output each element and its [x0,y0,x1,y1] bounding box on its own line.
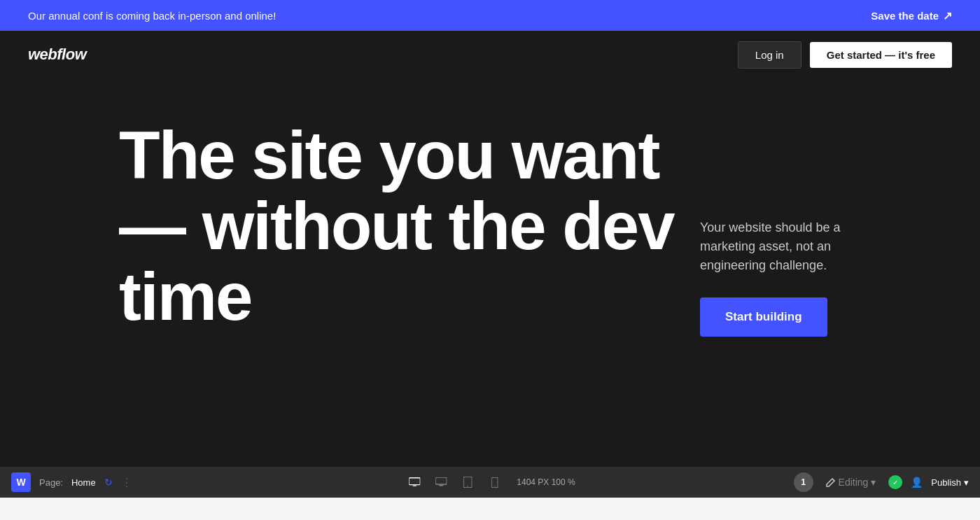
check-icon: ✓ [892,479,898,486]
svg-rect-1 [413,485,416,486]
svg-rect-0 [409,478,420,485]
hero-headline: The site you want — without the dev time [119,120,721,332]
viewport-tablet-button[interactable] [458,472,477,492]
person-icon: 👤 [911,477,923,488]
editing-label-text: Editing [839,477,869,488]
start-building-button[interactable]: Start building [700,297,827,337]
viewport-mobile-button[interactable] [484,472,504,492]
viewport-desktop-button[interactable] [431,472,451,492]
hero-right-content: Your website should be a marketing asset… [700,218,896,337]
toolbar-right-controls: 1 Editing ▾ ✓ 👤 Publish ▾ [794,472,969,492]
cards-scene: VISA PointCa PointCa PointCa [0,498,980,520]
preview-area: VISA PointCa PointCa PointCa [0,498,980,520]
status-indicator: ✓ [888,475,902,489]
nav-buttons: Log in Get started — it's free [738,41,952,69]
get-started-button[interactable]: Get started — it's free [810,42,952,68]
viewport-desktop-large-button[interactable] [405,472,424,492]
svg-rect-3 [439,485,443,486]
toolbar-w-logo[interactable]: W [11,472,31,492]
editor-toolbar: W Page: Home ↻ ⋮ 1404 PX 100 % 1 Editing… [0,467,980,498]
webflow-logo: webflow [28,45,86,64]
save-the-date-label: Save the date [871,10,939,22]
toolbar-page-label: Page: [39,477,63,488]
publish-button[interactable]: Publish ▾ [931,477,969,488]
arrow-icon: ↗ [943,9,952,22]
toolbar-refresh-icon[interactable]: ↻ [104,477,113,488]
hero-subtext: Your website should be a marketing asset… [700,218,896,275]
toolbar-divider: ⋮ [121,476,132,489]
svg-point-7 [494,486,495,486]
toolbar-viewport-controls: 1404 PX 100 % [405,472,575,492]
hero-section: The site you want — without the dev time… [0,78,980,467]
toolbar-px-info: 1404 PX 100 % [517,477,575,487]
save-the-date-link[interactable]: Save the date ↗ [871,9,952,22]
svg-point-5 [467,486,468,487]
svg-rect-2 [435,477,447,484]
editing-mode-button[interactable]: Editing ▾ [822,475,881,489]
login-button[interactable]: Log in [738,41,802,69]
toolbar-page-name: Home [71,477,96,488]
announcement-text: Our annual conf is coming back in-person… [28,10,276,22]
announcement-bar: Our annual conf is coming back in-person… [0,0,980,31]
navbar: webflow Log in Get started — it's free [0,31,980,78]
avatar-circle: 1 [794,472,813,492]
